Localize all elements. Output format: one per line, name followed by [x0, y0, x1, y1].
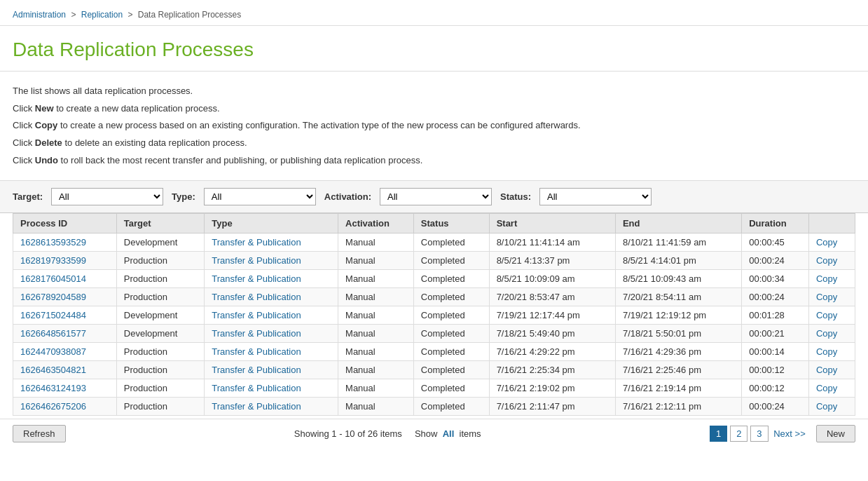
type-link[interactable]: Transfer & Publication	[212, 237, 301, 248]
process-id-link[interactable]: 1628613593529	[20, 237, 86, 248]
showing-range: 1 - 10	[331, 428, 354, 439]
showing-pre: Showing	[294, 428, 331, 439]
breadcrumb-sep2: >	[128, 10, 135, 20]
type-link[interactable]: Transfer & Publication	[212, 273, 301, 284]
cell-end: 8/5/21 4:14:01 pm	[615, 252, 741, 270]
copy-link[interactable]: Copy	[816, 346, 837, 357]
copy-link[interactable]: Copy	[816, 365, 837, 375]
type-link[interactable]: Transfer & Publication	[212, 328, 301, 339]
cell-process-id: 1626463124193	[13, 379, 117, 398]
cell-copy: Copy	[808, 306, 855, 325]
col-activation: Activation	[338, 214, 414, 233]
target-filter-label: Target:	[13, 191, 43, 202]
cell-start: 7/16/21 2:19:02 pm	[489, 379, 615, 398]
showing-total: 26	[368, 428, 378, 439]
data-table: Process ID Target Type Activation Status…	[13, 213, 855, 416]
desc-line4-pre: Click	[13, 137, 35, 148]
cell-copy: Copy	[808, 361, 855, 379]
copy-link[interactable]: Copy	[816, 292, 837, 302]
table-row: 1628176045014 Production Transfer & Publ…	[13, 270, 855, 288]
type-link[interactable]: Transfer & Publication	[212, 401, 301, 412]
cell-start: 7/16/21 4:29:22 pm	[489, 343, 615, 361]
process-id-link[interactable]: 1628176045014	[20, 273, 86, 284]
process-id-link[interactable]: 1626648561577	[20, 328, 86, 339]
cell-copy: Copy	[808, 398, 855, 416]
process-id-link[interactable]: 1626789204589	[20, 292, 86, 302]
cell-activation: Manual	[338, 252, 414, 270]
table-wrapper: Process ID Target Type Activation Status…	[0, 213, 868, 416]
cell-target: Production	[116, 252, 204, 270]
pagination-3[interactable]: 3	[750, 426, 768, 442]
target-filter-select[interactable]: All	[51, 188, 163, 205]
desc-copy-bold: Copy	[35, 120, 58, 130]
type-link[interactable]: Transfer & Publication	[212, 383, 301, 393]
refresh-button[interactable]: Refresh	[13, 425, 66, 442]
cell-duration: 00:00:34	[742, 270, 809, 288]
cell-activation: Manual	[338, 233, 414, 252]
cell-type: Transfer & Publication	[205, 343, 338, 361]
type-link[interactable]: Transfer & Publication	[212, 310, 301, 320]
cell-copy: Copy	[808, 288, 855, 306]
process-id-link[interactable]: 1624470938087	[20, 346, 86, 357]
cell-process-id: 1626789204589	[13, 288, 117, 306]
cell-status: Completed	[413, 252, 489, 270]
desc-line5: Click Undo to roll back the most recent …	[13, 152, 855, 170]
cell-type: Transfer & Publication	[205, 252, 338, 270]
type-link[interactable]: Transfer & Publication	[212, 292, 301, 302]
process-id-link[interactable]: 1626463504821	[20, 365, 86, 375]
table-row: 1624470938087 Production Transfer & Publ…	[13, 343, 855, 361]
desc-undo-bold: Undo	[35, 155, 58, 165]
copy-link[interactable]: Copy	[816, 401, 837, 412]
desc-line5-post: to roll back the most recent transfer an…	[58, 155, 422, 165]
copy-link[interactable]: Copy	[816, 255, 837, 266]
type-filter-select[interactable]: All	[204, 188, 316, 205]
table-row: 1626462675206 Production Transfer & Publ…	[13, 398, 855, 416]
cell-activation: Manual	[338, 398, 414, 416]
cell-activation: Manual	[338, 361, 414, 379]
copy-link[interactable]: Copy	[816, 383, 837, 393]
cell-status: Completed	[413, 325, 489, 343]
activation-filter-select[interactable]: All	[380, 188, 492, 205]
cell-status: Completed	[413, 343, 489, 361]
pagination-next[interactable]: Next >>	[771, 428, 806, 439]
pagination-current[interactable]: 1	[710, 426, 727, 442]
cell-copy: Copy	[808, 270, 855, 288]
process-id-link[interactable]: 1626715024484	[20, 310, 86, 320]
cell-status: Completed	[413, 270, 489, 288]
breadcrumb-replication-link[interactable]: Replication	[81, 10, 123, 20]
type-link[interactable]: Transfer & Publication	[212, 346, 301, 357]
cell-start: 7/20/21 8:53:47 am	[489, 288, 615, 306]
type-link[interactable]: Transfer & Publication	[212, 365, 301, 375]
cell-process-id: 1626462675206	[13, 398, 117, 416]
process-id-link[interactable]: 1626462675206	[20, 401, 86, 412]
type-link[interactable]: Transfer & Publication	[212, 255, 301, 266]
cell-status: Completed	[413, 379, 489, 398]
cell-end: 7/18/21 5:50:01 pm	[615, 325, 741, 343]
status-filter-label: Status:	[500, 191, 531, 202]
cell-status: Completed	[413, 306, 489, 325]
show-all-link[interactable]: All	[443, 428, 455, 439]
showing-mid: of	[355, 428, 368, 439]
cell-start: 7/19/21 12:17:44 pm	[489, 306, 615, 325]
page-title: Data Replication Processes	[13, 39, 855, 61]
pagination-2[interactable]: 2	[730, 426, 748, 442]
cell-end: 8/10/21 11:41:59 am	[615, 233, 741, 252]
cell-process-id: 1628197933599	[13, 252, 117, 270]
cell-duration: 00:00:24	[742, 252, 809, 270]
copy-link[interactable]: Copy	[816, 237, 837, 248]
copy-link[interactable]: Copy	[816, 310, 837, 320]
cell-activation: Manual	[338, 306, 414, 325]
cell-copy: Copy	[808, 325, 855, 343]
process-id-link[interactable]: 1626463124193	[20, 383, 86, 393]
table-row: 1626463124193 Production Transfer & Publ…	[13, 379, 855, 398]
process-id-link[interactable]: 1628197933599	[20, 255, 86, 266]
desc-line2-pre: Click	[13, 103, 35, 114]
status-filter-select[interactable]: All	[539, 188, 652, 205]
cell-process-id: 1628176045014	[13, 270, 117, 288]
copy-link[interactable]: Copy	[816, 273, 837, 284]
copy-link[interactable]: Copy	[816, 328, 837, 339]
cell-target: Production	[116, 288, 204, 306]
breadcrumb-admin-link[interactable]: Administration	[13, 10, 66, 20]
new-button[interactable]: New	[816, 425, 855, 442]
cell-duration: 00:00:45	[742, 233, 809, 252]
